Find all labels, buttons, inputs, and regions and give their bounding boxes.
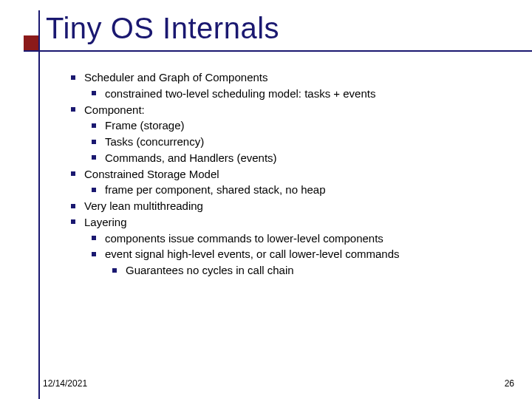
list-item: components issue commands to lower-level… <box>89 231 510 247</box>
bullet-text: Tasks (concurrency) <box>105 135 204 148</box>
list-item: Commands, and Handlers (events) <box>89 150 510 166</box>
list-item: Very lean multithreading <box>68 198 510 214</box>
bullet-text: event signal high-level events, or call … <box>105 248 400 260</box>
bullet-text: Very lean multithreading <box>84 200 203 212</box>
slide-title: Tiny OS Internals <box>46 12 279 45</box>
bullet-text: Layering <box>84 216 127 228</box>
bullet-text: constrained two-level scheduling model: … <box>105 87 375 100</box>
footer-page-number: 26 <box>505 378 514 389</box>
list-item: Tasks (concurrency) <box>89 134 510 150</box>
list-item: Guarantees no cycles in call chain <box>109 262 510 279</box>
accent-square-icon <box>24 35 38 50</box>
list-item: Scheduler and Graph of Components constr… <box>68 69 510 102</box>
list-item: Frame (storage) <box>89 117 510 134</box>
list-item: constrained two-level scheduling model: … <box>89 86 510 102</box>
horizontal-rule <box>24 50 532 52</box>
bullet-text: Scheduler and Graph of Components <box>84 71 268 83</box>
bullet-text: Component: <box>84 103 145 116</box>
list-item: Constrained Storage Model frame per comp… <box>68 166 510 199</box>
bullet-text: Guarantees no cycles in call chain <box>126 264 294 276</box>
list-item: Component: Frame (storage) Tasks (concur… <box>68 102 510 166</box>
list-item: event signal high-level events, or call … <box>89 246 510 279</box>
list-item: Layering components issue commands to lo… <box>68 214 510 279</box>
vertical-rule <box>38 10 40 399</box>
bullet-text: frame per component, shared stack, no he… <box>105 183 326 196</box>
bullet-text: components issue commands to lower-level… <box>105 232 383 245</box>
bullet-text: Frame (storage) <box>105 119 185 132</box>
bullet-text: Constrained Storage Model <box>84 168 219 180</box>
bullet-text: Commands, and Handlers (events) <box>105 151 277 164</box>
list-item: frame per component, shared stack, no he… <box>89 182 510 198</box>
slide-body: Scheduler and Graph of Components constr… <box>68 69 510 279</box>
footer-date: 12/14/2021 <box>43 378 87 389</box>
